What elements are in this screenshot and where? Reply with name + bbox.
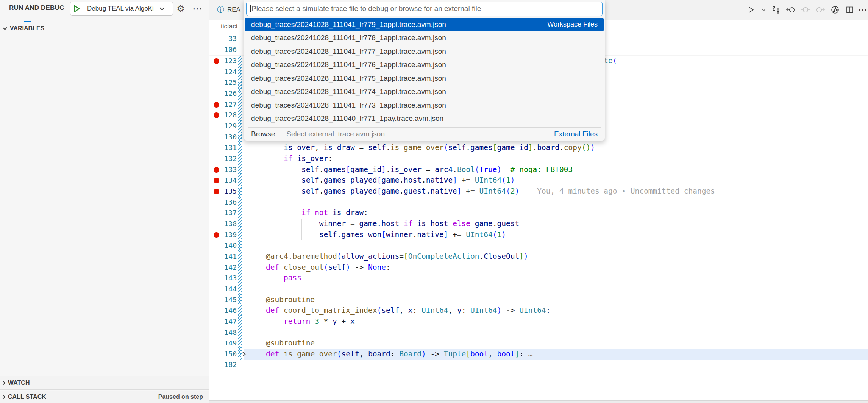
editor-bottom-strip bbox=[209, 400, 868, 403]
code-line-134: 134 self.games_played[game.host.native] … bbox=[209, 175, 868, 186]
code-line-150: 150 def is_game_over(self, board: Board)… bbox=[209, 349, 868, 360]
line-number[interactable]: 143 bbox=[209, 273, 237, 284]
quickpick-item-2[interactable]: debug_traces/20241028_111041_lr777_1appl… bbox=[245, 45, 604, 58]
line-number[interactable]: 182 bbox=[209, 359, 237, 370]
line-number[interactable]: 142 bbox=[209, 262, 237, 273]
line-number[interactable]: 146 bbox=[209, 305, 237, 316]
line-number[interactable]: 145 bbox=[209, 295, 237, 306]
line-number[interactable]: 134 bbox=[209, 175, 237, 186]
call-stack-section-header[interactable]: CALL STACK Paused on step bbox=[0, 391, 209, 403]
code-line-136: 136 bbox=[209, 197, 868, 208]
code-line-145: 145 @subroutine bbox=[209, 295, 868, 306]
trace-file-label: debug_traces/20241028_111041_lr779_1appl… bbox=[251, 20, 540, 29]
line-number[interactable]: 138 bbox=[209, 219, 237, 230]
quickpick-item-0[interactable]: debug_traces/20241028_111041_lr779_1appl… bbox=[245, 18, 604, 31]
trace-file-label: debug_traces/20241028_111041_lr776_1appl… bbox=[251, 61, 598, 69]
line-number[interactable]: 139 bbox=[209, 230, 237, 241]
trace-file-label: debug_traces/20241028_111041_lr774_1appl… bbox=[251, 87, 598, 96]
browse-label[interactable]: Browse... bbox=[251, 130, 281, 138]
code-text: return 3 * y + x bbox=[248, 316, 355, 327]
trace-file-label: debug_traces/20241028_111041_lr775_1appl… bbox=[251, 74, 598, 83]
trace-file-label: debug_traces/20241028_111041_lr773_1appl… bbox=[251, 101, 598, 109]
fold-chevron-icon[interactable] bbox=[242, 349, 246, 360]
line-number[interactable]: 135 bbox=[209, 186, 237, 197]
indent-guide bbox=[284, 197, 284, 208]
line-number[interactable]: 149 bbox=[209, 338, 237, 349]
code-line-148: 148 bbox=[209, 327, 868, 338]
trace-file-label: debug_traces/20241028_111041_lr778_1appl… bbox=[251, 34, 598, 42]
code-text: def close_out(self) -> None: bbox=[248, 262, 390, 273]
trace-file-label: debug_traces/20241028_111040_lr771_1pay.… bbox=[251, 114, 598, 123]
focus-indicator bbox=[24, 21, 31, 22]
quickpick-list: debug_traces/20241028_111041_lr779_1appl… bbox=[244, 18, 605, 125]
line-number[interactable]: 137 bbox=[209, 208, 237, 219]
gear-icon[interactable]: ⚙ bbox=[175, 3, 186, 14]
line-number[interactable]: 127 bbox=[209, 99, 237, 110]
code-line-141: 141 @arc4.baremethod(allow_actions=[OnCo… bbox=[209, 251, 868, 262]
line-number[interactable]: 141 bbox=[209, 251, 237, 262]
line-number[interactable]: 131 bbox=[209, 142, 237, 153]
code-line-135: 135 self.games_played[game.guest.native]… bbox=[209, 186, 868, 197]
line-number[interactable]: 132 bbox=[209, 153, 237, 164]
line-number[interactable]: 126 bbox=[209, 88, 237, 99]
code-line-132: 132 if is_over: bbox=[209, 153, 868, 164]
line-number[interactable]: 125 bbox=[209, 77, 237, 88]
code-text: if is_over: bbox=[248, 153, 333, 164]
chevron-right-icon bbox=[2, 394, 6, 400]
code-line-143: 143 pass bbox=[209, 273, 868, 284]
quickpick-item-5[interactable]: debug_traces/20241028_111041_lr774_1appl… bbox=[245, 85, 604, 99]
quickpick-item-6[interactable]: debug_traces/20241028_111041_lr773_1appl… bbox=[245, 98, 604, 112]
line-number[interactable]: 136 bbox=[209, 197, 237, 208]
code-line-146: 146 def coord_to_matrix_index(self, x: U… bbox=[209, 305, 868, 316]
code-line-133: 133 self.games[game_id].is_over = arc4.B… bbox=[209, 164, 868, 175]
chevron-down-icon bbox=[2, 27, 8, 30]
code-text: is_over, is_draw = self.is_game_over(sel… bbox=[248, 142, 595, 153]
browse-row[interactable]: Browse... Select external .trace.avm.jso… bbox=[244, 128, 605, 141]
debug-config-dropdown[interactable]: Debug TEAL via AlgoKi bbox=[70, 2, 173, 16]
variables-label: VARIABLES bbox=[10, 25, 44, 32]
external-files-link[interactable]: External Files bbox=[554, 130, 598, 138]
code-line-138: 138 winner = game.host if is_host else g… bbox=[209, 219, 868, 230]
quickpick-item-4[interactable]: debug_traces/20241028_111041_lr775_1appl… bbox=[245, 72, 604, 85]
quickpick-item-3[interactable]: debug_traces/20241028_111041_lr776_1appl… bbox=[245, 58, 604, 72]
quickpick-item-7[interactable]: debug_traces/20241028_111040_lr771_1pay.… bbox=[245, 112, 604, 126]
code-line-131: 131 is_over, is_draw = self.is_game_over… bbox=[209, 142, 868, 153]
variables-section-header[interactable]: VARIABLES bbox=[0, 23, 209, 34]
code-line-144: 144 bbox=[209, 284, 868, 295]
code-text: def is_game_over(self, board: Board) -> … bbox=[248, 349, 533, 360]
line-number[interactable]: 123 bbox=[209, 56, 237, 67]
start-debug-button[interactable] bbox=[70, 2, 83, 15]
indent-guide bbox=[266, 327, 266, 338]
trace-file-label: debug_traces/20241028_111041_lr777_1appl… bbox=[251, 47, 598, 56]
line-number[interactable]: 150 bbox=[209, 349, 237, 360]
line-number[interactable]: 133 bbox=[209, 164, 237, 175]
code-text: self.games_played[game.guest.native] += … bbox=[248, 186, 715, 197]
line-number[interactable]: 130 bbox=[209, 132, 237, 143]
line-number[interactable]: 129 bbox=[209, 121, 237, 132]
run-and-debug-sidebar: RUN AND DEBUG Debug TEAL via AlgoKi ⚙ ⋯ … bbox=[0, 0, 209, 403]
code-line-137: 137 if not is_draw: bbox=[209, 208, 868, 219]
line-number[interactable]: 128 bbox=[209, 110, 237, 121]
sidebar-title: RUN AND DEBUG bbox=[9, 4, 64, 12]
quickpick-item-1[interactable]: debug_traces/20241028_111041_lr778_1appl… bbox=[245, 31, 604, 45]
watch-section-header[interactable]: WATCH bbox=[0, 376, 209, 390]
indent-guide bbox=[266, 240, 266, 251]
group-badge: Workspace Files bbox=[547, 20, 598, 28]
code-line-182: 182 bbox=[209, 359, 868, 370]
chevron-down-icon bbox=[159, 7, 165, 11]
code-text: self.games_played[game.host.native] += U… bbox=[248, 175, 515, 186]
code-text: pass bbox=[248, 273, 301, 284]
code-line-139: 139 self.games_won[winner.native] += UIn… bbox=[209, 230, 868, 241]
line-number[interactable]: 140 bbox=[209, 240, 237, 251]
line-number[interactable]: 124 bbox=[209, 67, 237, 78]
trace-file-search-input[interactable] bbox=[247, 2, 602, 16]
chevron-right-icon bbox=[2, 380, 6, 386]
code-text: @subroutine bbox=[248, 338, 315, 349]
line-number[interactable]: 148 bbox=[209, 327, 237, 338]
code-line-140: 140 bbox=[209, 240, 868, 251]
paused-status-badge: Paused on step bbox=[158, 394, 203, 400]
more-actions-icon[interactable]: ⋯ bbox=[192, 3, 203, 14]
line-number[interactable]: 144 bbox=[209, 284, 237, 295]
code-text: self.games_won[winner.native] += UInt64(… bbox=[248, 230, 506, 241]
line-number[interactable]: 147 bbox=[209, 316, 237, 327]
